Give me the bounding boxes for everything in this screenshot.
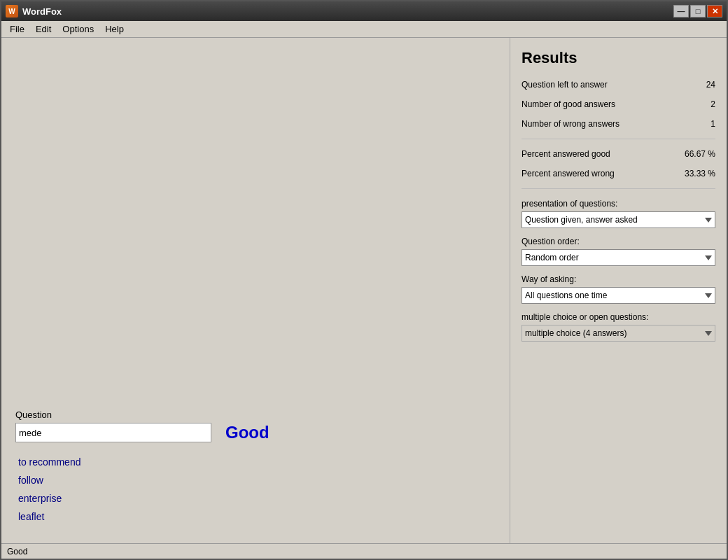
choice-item-0[interactable]: to recommend: [18, 456, 496, 468]
stat-row-0: Question left to answer 24: [522, 80, 715, 90]
stat-value-4: 33.33 %: [685, 169, 715, 178]
stat-row-3: Percent answered good 66.67 %: [522, 149, 715, 159]
stats-divider: [522, 139, 715, 139]
status-bar: Good: [1, 543, 727, 559]
multiple-select[interactable]: multiple choice (4 answers) open questio…: [522, 325, 715, 342]
window-title: WordFox: [22, 6, 673, 17]
question-input[interactable]: [15, 423, 211, 442]
title-bar: W WordFox — □ ✕: [1, 1, 727, 21]
menu-help[interactable]: Help: [99, 22, 130, 36]
good-label: Good: [225, 423, 270, 442]
window-controls: — □ ✕: [673, 5, 722, 18]
order-select[interactable]: Random order Sequential order: [522, 249, 715, 266]
multiple-label: multiple choice or open questions:: [522, 312, 715, 322]
stat-value-2: 1: [710, 119, 715, 129]
stat-label-3: Percent answered good: [522, 149, 610, 159]
options-divider: [522, 188, 715, 189]
status-text: Good: [7, 547, 27, 556]
choice-item-3[interactable]: leaflet: [18, 511, 496, 522]
choice-item-1[interactable]: follow: [18, 475, 496, 486]
minimize-button[interactable]: —: [673, 5, 689, 18]
left-panel: Question Good to recommend follow enterp…: [1, 38, 510, 543]
presentation-select[interactable]: Question given, answer asked Answer give…: [522, 211, 715, 228]
stat-row-4: Percent answered wrong 33.33 %: [522, 169, 715, 178]
stat-value-3: 66.67 %: [685, 149, 715, 159]
app-icon: W: [6, 5, 18, 18]
results-title: Results: [522, 49, 715, 67]
menu-bar: File Edit Options Help: [1, 21, 727, 38]
right-panel: Results Question left to answer 24 Numbe…: [510, 38, 727, 543]
stat-label-4: Percent answered wrong: [522, 169, 615, 178]
order-label: Question order:: [522, 237, 715, 246]
presentation-label: presentation of questions:: [522, 199, 715, 209]
stat-label-1: Number of good answers: [522, 99, 615, 109]
stat-value-0: 24: [706, 80, 715, 90]
stat-label-0: Question left to answer: [522, 80, 608, 90]
asking-select[interactable]: All questions one time Repeat wrong answ…: [522, 287, 715, 304]
app-window: W WordFox — □ ✕ File Edit Options Help Q…: [0, 0, 728, 560]
question-row: Good: [15, 423, 496, 442]
stat-row-2: Number of wrong answers 1: [522, 119, 715, 129]
stat-label-2: Number of wrong answers: [522, 119, 620, 129]
choices-list: to recommend follow enterprise leaflet: [15, 456, 496, 522]
question-label: Question: [15, 410, 496, 420]
menu-file[interactable]: File: [4, 22, 30, 36]
choice-item-2[interactable]: enterprise: [18, 493, 496, 504]
stat-value-1: 2: [710, 99, 715, 109]
close-button[interactable]: ✕: [707, 5, 722, 18]
menu-options[interactable]: Options: [57, 22, 99, 36]
content-area: Question Good to recommend follow enterp…: [1, 38, 727, 543]
menu-edit[interactable]: Edit: [30, 22, 57, 36]
asking-label: Way of asking:: [522, 274, 715, 284]
stat-row-1: Number of good answers 2: [522, 99, 715, 109]
maximize-button[interactable]: □: [690, 5, 706, 18]
question-section: Question Good: [15, 410, 496, 456]
